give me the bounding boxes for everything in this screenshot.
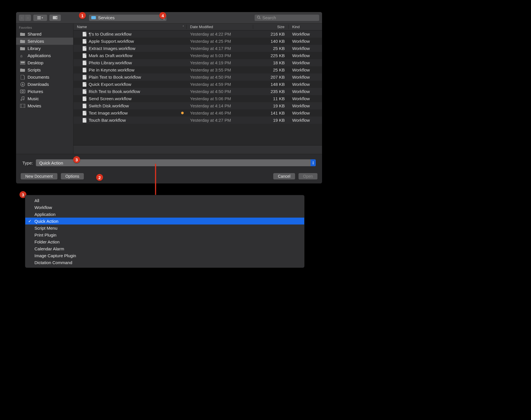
sidebar-item-documents[interactable]: Documents xyxy=(16,73,73,81)
folder-icon xyxy=(20,47,25,51)
annotation-badge-4: 4 xyxy=(159,12,166,19)
menu-item-application[interactable]: Application xyxy=(25,211,304,218)
menu-item-folder-action[interactable]: Folder Action xyxy=(25,238,304,245)
cancel-button[interactable]: Cancel xyxy=(273,173,295,179)
sidebar-item-applications[interactable]: ⩍Applications xyxy=(16,52,73,59)
open-button[interactable]: Open xyxy=(299,173,317,179)
cell-date: Yesterday at 4:50 PM xyxy=(187,89,253,94)
new-document-button[interactable]: New Document xyxy=(21,173,57,179)
file-row[interactable]: Send Screen.workflowYesterday at 5:06 PM… xyxy=(73,95,322,102)
file-name: Touch Bar.workflow xyxy=(89,118,126,123)
file-row[interactable]: Touch Bar.workflowYesterday at 4:27 PM19… xyxy=(73,117,322,124)
view-mode-button[interactable]: ▾ xyxy=(33,15,47,21)
chevron-left-icon: ‹ xyxy=(21,16,22,20)
document-icon xyxy=(83,118,86,123)
menu-item-script-menu[interactable]: Script Menu xyxy=(25,224,304,231)
sidebar-item-movies[interactable]: Movies xyxy=(16,102,73,109)
search-field[interactable]: Search xyxy=(255,15,319,21)
menu-item-quick-action[interactable]: ✓Quick Action xyxy=(25,218,304,224)
file-row[interactable]: Switch Disk.workflowYesterday at 4:14 PM… xyxy=(73,102,322,109)
options-button[interactable]: Options xyxy=(61,173,84,179)
cell-kind: Workflow xyxy=(289,118,322,123)
file-row[interactable]: Photo Library.workflowYesterday at 4:19 … xyxy=(73,59,322,66)
cell-date: Yesterday at 4:27 PM xyxy=(187,118,253,123)
menu-item-all[interactable]: All xyxy=(25,197,304,204)
svg-rect-8 xyxy=(20,104,25,108)
path-popup[interactable]: Services ▴▾ xyxy=(89,15,166,21)
cell-size: 19 KB xyxy=(253,118,289,123)
doc-icon xyxy=(20,75,25,79)
cell-size: 25 KB xyxy=(253,67,289,72)
cell-size: 225 KB xyxy=(253,53,289,58)
menu-item-label: Print Plugin xyxy=(34,233,57,237)
annotation-badge-2: 2 xyxy=(96,174,103,181)
sidebar-item-library[interactable]: Library xyxy=(16,45,73,52)
sidebar-item-downloads[interactable]: Downloads xyxy=(16,81,73,88)
sidebar-item-shared[interactable]: Shared xyxy=(16,30,73,38)
cell-name: Mark as Draft.workflow xyxy=(73,53,187,58)
file-row[interactable]: Extract Images.workflowYesterday at 4:17… xyxy=(73,45,322,52)
sidebar-item-scripts[interactable]: Scripts xyxy=(16,66,73,73)
nav-back-forward: ‹ › xyxy=(19,15,31,21)
menu-item-label: Calendar Alarm xyxy=(34,246,64,251)
cell-kind: Workflow xyxy=(289,67,322,72)
sidebar-item-desktop[interactable]: Desktop xyxy=(16,59,73,66)
column-size[interactable]: Size xyxy=(253,25,289,29)
sidebar-item-label: Music xyxy=(28,96,39,101)
cell-kind: Workflow xyxy=(289,75,322,80)
new-folder-button[interactable]: ＋ xyxy=(49,15,61,21)
column-date[interactable]: Date Modified xyxy=(187,25,253,29)
menu-item-label: Folder Action xyxy=(34,239,60,244)
sidebar-item-pictures[interactable]: Pictures xyxy=(16,88,73,95)
svg-point-7 xyxy=(22,91,24,92)
sidebar-item-services[interactable]: Services xyxy=(16,38,73,45)
folder-icon xyxy=(20,39,25,43)
sidebar-item-label: Downloads xyxy=(28,82,49,87)
file-row[interactable]: Apple Support.workflowYesterday at 4:25 … xyxy=(73,38,322,45)
file-row[interactable]: Pie in Keynote.workflowYesterday at 3:55… xyxy=(73,66,322,73)
forward-button[interactable]: › xyxy=(25,15,31,21)
cell-name: Apple Support.workflow xyxy=(73,39,187,44)
file-row[interactable]: Mark as Draft.workflowYesterday at 5:03 … xyxy=(73,52,322,59)
cell-name: Plain Text to Book.workflow xyxy=(73,75,187,80)
chevron-down-icon: ▾ xyxy=(42,16,43,19)
sidebar-item-label: Documents xyxy=(28,75,49,80)
cell-date: Yesterday at 4:22 PM xyxy=(187,32,253,36)
file-row[interactable]: Text Image.workflowYesterday at 4:46 PM1… xyxy=(73,109,322,117)
cell-size: 235 KB xyxy=(253,89,289,94)
menu-item-image-capture-plugin[interactable]: Image Capture Plugin xyxy=(25,252,304,259)
menu-item-calendar-alarm[interactable]: Calendar Alarm xyxy=(25,245,304,252)
menu-item-label: Application xyxy=(34,212,55,217)
document-icon xyxy=(83,75,86,80)
menu-item-print-plugin[interactable]: Print Plugin xyxy=(25,231,304,238)
back-button[interactable]: ‹ xyxy=(19,15,25,21)
file-name: Rich Text to Book.workflow xyxy=(89,89,140,94)
file-name: Extract Images.workflow xyxy=(89,46,135,51)
sidebar-item-label: Pictures xyxy=(28,89,43,94)
file-name: Quick Export.workflow xyxy=(89,82,131,87)
type-menu: AllWorkflowApplication✓Quick ActionScrip… xyxy=(25,195,305,268)
file-row[interactable]: Plain Text to Book.workflowYesterday at … xyxy=(73,73,322,81)
annotation-badge-3: 3 xyxy=(73,156,80,163)
svg-line-1 xyxy=(259,18,260,19)
cell-date: Yesterday at 4:14 PM xyxy=(187,103,253,108)
cell-date: Yesterday at 4:25 PM xyxy=(187,39,253,44)
file-name: Pie in Keynote.workflow xyxy=(89,67,134,72)
column-name[interactable]: Name ˄ xyxy=(73,25,187,29)
file-name: Send Screen.workflow xyxy=(89,96,131,101)
cell-kind: Workflow xyxy=(289,111,322,115)
file-row[interactable]: ¶'s to Outline.workflowYesterday at 4:22… xyxy=(73,30,322,38)
cell-kind: Workflow xyxy=(289,89,322,94)
file-row[interactable]: Rich Text to Book.workflowYesterday at 4… xyxy=(73,88,322,95)
cell-name: ¶'s to Outline.workflow xyxy=(73,32,187,36)
menu-item-workflow[interactable]: Workflow xyxy=(25,204,304,211)
column-kind[interactable]: Kind xyxy=(289,25,322,29)
cell-kind: Workflow xyxy=(289,103,322,108)
sidebar-item-label: Desktop xyxy=(28,60,43,65)
folder-icon xyxy=(20,68,25,72)
sidebar-item-music[interactable]: Music xyxy=(16,95,73,102)
movies-icon xyxy=(20,104,25,108)
folder-icon xyxy=(91,16,96,19)
file-row[interactable]: Quick Export.workflowYesterday at 4:59 P… xyxy=(73,81,322,88)
menu-item-dictation-command[interactable]: Dictation Command xyxy=(25,259,304,266)
